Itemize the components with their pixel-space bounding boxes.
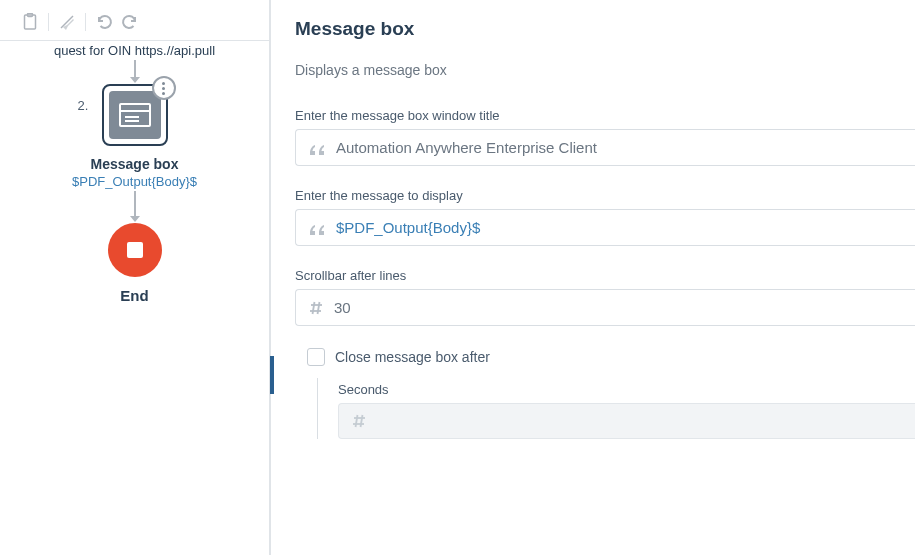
input-value: 30 bbox=[334, 299, 903, 316]
flow-canvas-panel: quest for OIN https.//api.pull 2. Messag… bbox=[0, 0, 270, 555]
close-after-subsection: Seconds bbox=[317, 378, 915, 439]
close-after-checkbox[interactable] bbox=[307, 348, 325, 366]
flow-connector bbox=[134, 60, 136, 82]
flow-step-message-box[interactable]: 2. bbox=[102, 84, 168, 146]
field-label: Enter the message to display bbox=[295, 188, 915, 203]
seconds-input bbox=[338, 403, 915, 439]
field-label: Scrollbar after lines bbox=[295, 268, 915, 283]
message-input[interactable]: $PDF_Output{Body}$ bbox=[295, 209, 915, 246]
step-number: 2. bbox=[78, 98, 89, 113]
panel-description: Displays a message box bbox=[295, 62, 915, 78]
svg-line-5 bbox=[313, 302, 315, 314]
field-message: Enter the message to display $PDF_Output… bbox=[295, 188, 915, 246]
window-title-input[interactable]: Automation Anywhere Enterprise Client bbox=[295, 129, 915, 166]
hash-icon bbox=[351, 413, 367, 429]
svg-line-6 bbox=[318, 302, 320, 314]
close-after-row: Close message box after bbox=[307, 348, 915, 366]
flow-toolbar bbox=[0, 12, 269, 41]
end-label: End bbox=[0, 287, 269, 304]
checkbox-label: Close message box after bbox=[335, 349, 490, 365]
flow-connector bbox=[134, 191, 136, 221]
field-label: Seconds bbox=[338, 382, 915, 397]
hash-icon bbox=[308, 300, 324, 316]
brush-icon[interactable] bbox=[57, 12, 77, 32]
end-node[interactable] bbox=[108, 223, 162, 277]
redo-icon[interactable] bbox=[120, 12, 140, 32]
node-title: Message box bbox=[0, 156, 269, 172]
node-subtitle: $PDF_Output{Body}$ bbox=[0, 174, 269, 189]
input-value: Automation Anywhere Enterprise Client bbox=[336, 139, 903, 156]
clipboard-icon[interactable] bbox=[20, 12, 40, 32]
quote-icon bbox=[308, 221, 326, 235]
node-options-button[interactable] bbox=[152, 76, 176, 100]
message-box-node[interactable] bbox=[102, 84, 168, 146]
svg-line-9 bbox=[356, 415, 358, 427]
page-title: Message box bbox=[295, 18, 915, 40]
quote-icon bbox=[308, 141, 326, 155]
field-label: Enter the message box window title bbox=[295, 108, 915, 123]
svg-line-10 bbox=[361, 415, 363, 427]
field-scrollbar-lines: Scrollbar after lines 30 bbox=[295, 268, 915, 326]
panel-accent-bar bbox=[270, 356, 274, 394]
stop-icon bbox=[127, 242, 143, 258]
message-box-icon bbox=[119, 103, 151, 127]
undo-icon[interactable] bbox=[94, 12, 114, 32]
input-value: $PDF_Output{Body}$ bbox=[336, 219, 903, 236]
previous-step-cutoff: quest for OIN https.//api.pull bbox=[0, 43, 269, 58]
properties-panel: Message box Displays a message box Enter… bbox=[270, 0, 915, 555]
scrollbar-lines-input[interactable]: 30 bbox=[295, 289, 915, 326]
field-window-title: Enter the message box window title Autom… bbox=[295, 108, 915, 166]
